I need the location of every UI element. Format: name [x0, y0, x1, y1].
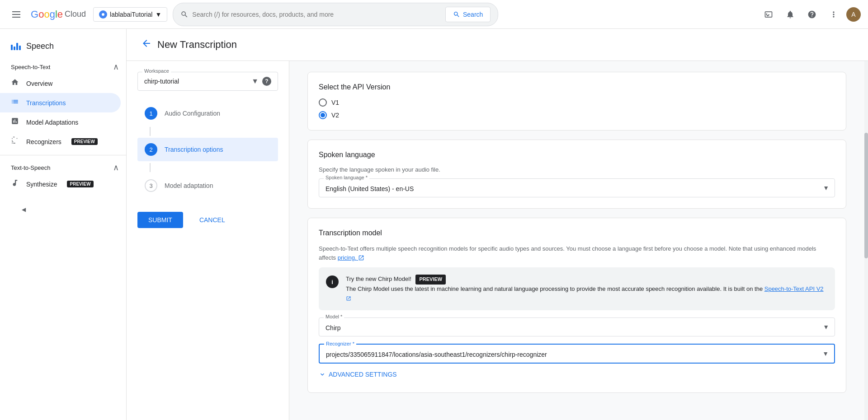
form-panel: Select the API Version V1 V2: [289, 61, 864, 420]
recognizer-group: Recognizer * projects/335065911847/locat…: [319, 344, 835, 364]
model-floating-label: Model *: [324, 314, 344, 319]
sidebar-item-label-model-adaptations: Model Adaptations: [26, 119, 78, 126]
recognizers-preview-badge: PREVIEW: [71, 138, 98, 145]
chirp-preview-badge: PREVIEW: [415, 275, 446, 285]
project-icon: [99, 10, 107, 19]
radio-v2[interactable]: V2: [319, 111, 835, 119]
api-version-section: Select the API Version V1 V2: [307, 72, 846, 131]
workspace-dropdown-arrow-icon: ▼: [251, 77, 259, 85]
search-button[interactable]: Search: [445, 7, 491, 22]
spoken-language-description: Specify the language spoken in your audi…: [319, 166, 835, 173]
spoken-language-select[interactable]: English (United States) - en-US: [319, 179, 835, 197]
page-header: New Transcription: [127, 29, 868, 61]
speech-product-icon: [11, 43, 21, 50]
google-cloud-logo: Google Cloud: [31, 9, 86, 20]
step-1-number: 1: [145, 107, 157, 120]
notifications-button[interactable]: [781, 5, 799, 23]
steps-list: 1 Audio Configuration 2 Transcription op…: [137, 102, 278, 197]
api-version-title: Select the API Version: [319, 83, 835, 91]
sidebar-item-synthesize[interactable]: Synthesize PREVIEW: [0, 174, 121, 194]
cancel-button[interactable]: CANCEL: [189, 212, 236, 228]
main-content: New Transcription Workspace chirp-tutori…: [127, 29, 868, 420]
text-to-speech-section-header[interactable]: Text-to-Speech ∧: [0, 159, 126, 174]
section-chevron-icon: ∧: [113, 62, 119, 72]
submit-button[interactable]: SUBMIT: [137, 212, 183, 228]
sidebar-item-overview[interactable]: Overview: [0, 74, 121, 93]
chirp-external-link-icon: [346, 296, 351, 301]
page-title: New Transcription: [157, 39, 237, 51]
back-arrow-icon: [141, 38, 152, 49]
tts-section-chevron-icon: ∧: [113, 163, 119, 173]
radio-v1[interactable]: V1: [319, 98, 835, 107]
top-navigation: Google Cloud lablabaiTutorial ▼ Search: [0, 0, 868, 29]
back-button[interactable]: [141, 38, 152, 51]
transcriptions-icon: [11, 98, 19, 108]
sidebar-item-label-overview: Overview: [26, 80, 52, 87]
pricing-link[interactable]: pricing.: [338, 254, 365, 261]
speech-to-text-label: Speech-to-Text: [11, 64, 50, 70]
radio-v2-label: V2: [331, 112, 339, 119]
radio-v1-indicator: [319, 98, 327, 107]
scrollbar-thumb[interactable]: [864, 133, 868, 258]
step-2-item[interactable]: 2 Transcription options: [137, 138, 278, 161]
chirp-info-box: i Try the new Chirp Model! PREVIEW The C…: [319, 267, 835, 310]
sidebar-item-recognizers[interactable]: Recognizers PREVIEW: [0, 132, 121, 151]
project-selector-button[interactable]: lablabaiTutorial ▼: [93, 7, 167, 22]
radio-v2-indicator: [319, 111, 327, 119]
workspace-group: Workspace chirp-tutorial ▼ ?: [137, 72, 278, 91]
more-vert-icon: [829, 10, 838, 19]
info-icon: i: [326, 275, 339, 288]
text-to-speech-label: Text-to-Speech: [11, 164, 50, 171]
synthesize-icon: [11, 179, 19, 189]
sidebar-divider: [0, 155, 126, 155]
action-buttons: SUBMIT CANCEL: [137, 212, 278, 228]
recognizer-floating-label: Recognizer *: [324, 341, 356, 346]
avatar[interactable]: A: [846, 7, 861, 22]
step-1-item[interactable]: 1 Audio Configuration: [137, 102, 278, 125]
workspace-floating-label: Workspace: [142, 68, 171, 74]
step-1-label: Audio Configuration: [165, 110, 220, 117]
step-3-item[interactable]: 3 Model adaptation: [137, 174, 278, 197]
step-2-label: Transcription options: [165, 146, 223, 153]
recognizer-select[interactable]: projects/335065911847/locations/asia-sou…: [320, 345, 834, 363]
transcription-model-description: Speech-to-Text offers multiple speech re…: [319, 244, 835, 262]
collapse-sidebar-button[interactable]: ◀: [11, 201, 115, 218]
more-options-button[interactable]: [825, 5, 843, 23]
chirp-info-text: Try the new Chirp Model! PREVIEW The Chi…: [346, 275, 828, 303]
advanced-settings-toggle[interactable]: ADVANCED SETTINGS: [319, 367, 835, 382]
search-button-label: Search: [463, 11, 483, 18]
search-btn-icon: [453, 11, 460, 18]
external-link-icon: [358, 255, 364, 261]
help-button[interactable]: [803, 5, 821, 23]
speech-to-text-section-header[interactable]: Speech-to-Text ∧: [0, 58, 126, 74]
help-icon: [807, 10, 816, 19]
synthesize-preview-badge: PREVIEW: [67, 181, 93, 187]
search-bar: Search: [173, 3, 498, 26]
advanced-settings-label: ADVANCED SETTINGS: [329, 371, 397, 378]
hamburger-menu-button[interactable]: [7, 5, 25, 23]
terminal-button[interactable]: [760, 5, 778, 23]
step-3-number: 3: [145, 179, 157, 192]
terminal-icon: [764, 10, 773, 19]
sidebar-item-transcriptions[interactable]: Transcriptions: [0, 93, 121, 112]
step-connector-1-2: [150, 127, 151, 136]
step-2-number: 2: [145, 143, 157, 156]
model-adaptations-icon: [11, 117, 19, 127]
search-icon: [180, 10, 189, 19]
model-select[interactable]: Chirp: [319, 318, 835, 336]
workspace-help-icon[interactable]: ?: [262, 77, 271, 86]
step-3-label: Model adaptation: [165, 182, 213, 189]
sidebar: Speech Speech-to-Text ∧ Overview Transcr…: [0, 29, 127, 420]
api-version-radio-group: V1 V2: [319, 98, 835, 119]
spoken-language-floating-label: Spoken language *: [324, 175, 369, 180]
radio-v1-label: V1: [331, 99, 339, 106]
search-input[interactable]: [192, 11, 442, 18]
transcription-model-section: Transcription model Speech-to-Text offer…: [307, 218, 846, 393]
product-name: Speech: [26, 42, 54, 51]
sidebar-item-model-adaptations[interactable]: Model Adaptations: [0, 112, 121, 132]
scrollbar-track: [864, 61, 868, 420]
sidebar-product-header: Speech: [0, 36, 126, 58]
collapse-icon: ◀: [22, 206, 26, 213]
hamburger-icon: [9, 8, 24, 21]
steps-panel: Workspace chirp-tutorial ▼ ? 1: [127, 61, 289, 420]
